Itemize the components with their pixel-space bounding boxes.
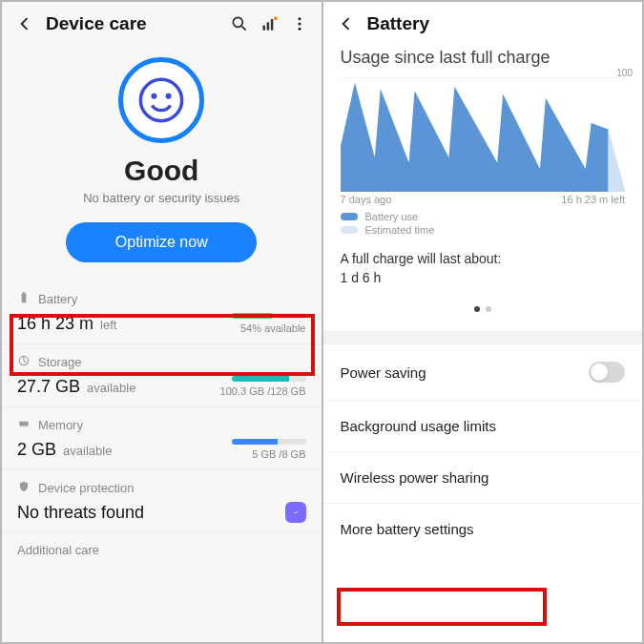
svg-point-4 [274, 16, 278, 20]
status-heading: Good [11, 155, 312, 187]
battery-topbar: Battery [323, 2, 643, 44]
axis-100: 100 [616, 68, 633, 78]
svg-rect-14 [19, 422, 28, 426]
optimize-button[interactable]: Optimize now [66, 222, 257, 262]
battery-usage-chart[interactable]: 100 [341, 77, 626, 192]
storage-value: 27.7 GB available [17, 377, 135, 397]
highlight-more-settings [337, 588, 547, 626]
full-charge-label: A full charge will last about: [341, 251, 626, 266]
storage-cap: 100.3 GB /128 GB [220, 385, 306, 397]
svg-rect-17 [26, 426, 27, 426]
battery-cap: 54% available [232, 322, 306, 334]
back-icon[interactable] [15, 14, 34, 33]
shield-icon [17, 480, 31, 496]
protection-section[interactable]: Device protection No threats found [2, 469, 322, 532]
axis-right: 16 h 23 m left [561, 194, 625, 205]
svg-rect-3 [270, 19, 273, 31]
page-title: Device care [46, 13, 147, 34]
chart-axis-labels: 7 days ago 16 h 23 m left [323, 192, 643, 205]
memory-cap: 5 GB /8 GB [232, 448, 306, 460]
svg-point-8 [141, 79, 182, 120]
background-limits-row[interactable]: Background usage limits [323, 401, 643, 452]
svg-point-0 [233, 17, 242, 27]
svg-rect-15 [21, 426, 22, 426]
legend-chip-est [341, 226, 358, 234]
device-care-screen: Device care Good No battery or security … [2, 2, 322, 642]
more-icon[interactable] [291, 14, 308, 33]
memory-bar [232, 439, 306, 445]
memory-label: Memory [38, 418, 83, 432]
svg-rect-12 [23, 292, 25, 293]
svg-point-10 [166, 93, 172, 99]
battery-icon [17, 291, 31, 307]
wireless-power-label: Wireless power sharing [341, 469, 489, 486]
svg-rect-1 [262, 26, 265, 31]
memory-section[interactable]: Memory 2 GB available 5 GB /8 GB [2, 406, 322, 469]
svg-point-5 [298, 17, 301, 20]
wireless-power-row[interactable]: Wireless power sharing [323, 452, 643, 504]
protection-status: No threats found [17, 503, 144, 523]
battery-section[interactable]: Battery 16 h 23 m left 54% available [2, 278, 322, 343]
status-subtext: No battery or security issues [11, 191, 312, 205]
battery-label: Battery [38, 292, 77, 306]
svg-rect-2 [266, 22, 269, 30]
section-divider [323, 331, 643, 344]
svg-rect-11 [22, 293, 27, 302]
battery-screen: Battery Usage since last full charge 100… [323, 2, 643, 642]
svg-point-6 [298, 23, 301, 26]
storage-section[interactable]: Storage 27.7 GB available 100.3 GB /128 … [2, 343, 322, 406]
search-icon[interactable] [230, 14, 249, 33]
storage-label: Storage [38, 355, 82, 369]
protection-label: Device protection [38, 481, 134, 495]
protection-badge-icon [285, 502, 306, 523]
more-battery-label: More battery settings [341, 521, 474, 537]
device-care-hero: Good No battery or security issues Optim… [2, 44, 322, 278]
battery-bar [232, 313, 306, 319]
chart-legend: Battery use Estimated time [323, 205, 643, 238]
status-face-icon [118, 57, 204, 143]
back-icon[interactable] [337, 14, 356, 33]
full-charge-block: A full charge will last about: 1 d 6 h [323, 238, 643, 293]
svg-rect-16 [23, 426, 24, 426]
storage-icon [17, 354, 31, 370]
svg-point-7 [298, 28, 301, 31]
device-care-topbar: Device care [2, 2, 322, 44]
full-charge-value: 1 d 6 h [341, 270, 626, 285]
power-saving-toggle[interactable] [589, 362, 625, 383]
legend-chip-use [341, 213, 358, 220]
page-title: Battery [367, 13, 429, 34]
power-saving-row[interactable]: Power saving [323, 344, 643, 401]
additional-care-label[interactable]: Additional care [2, 532, 322, 567]
usage-heading: Usage since last full charge [323, 44, 643, 77]
page-indicator[interactable] [323, 293, 643, 331]
memory-value: 2 GB available [17, 440, 112, 460]
signal-icon[interactable] [260, 14, 280, 33]
memory-icon [17, 417, 31, 433]
axis-left: 7 days ago [341, 194, 392, 205]
battery-time: 16 h 23 m left [17, 314, 116, 334]
more-battery-row[interactable]: More battery settings [323, 504, 643, 554]
svg-point-9 [152, 93, 157, 99]
power-saving-label: Power saving [341, 364, 426, 381]
background-limits-label: Background usage limits [341, 418, 496, 434]
storage-bar [232, 376, 306, 382]
